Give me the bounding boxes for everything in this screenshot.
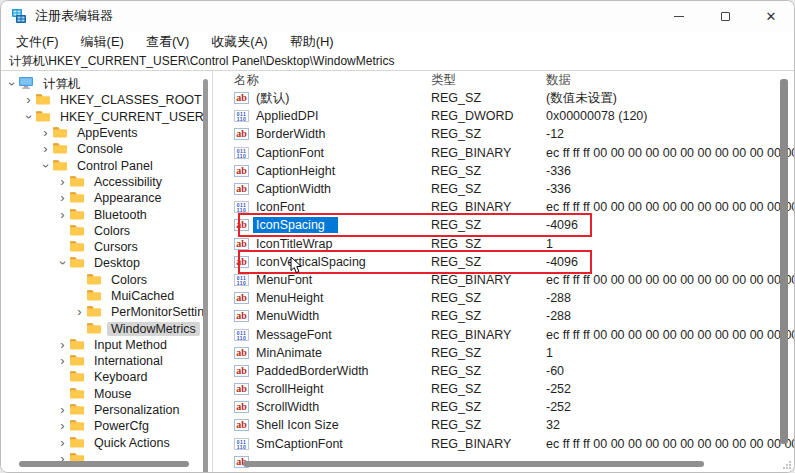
registry-value-row-scrollheight[interactable]: abScrollHeightREG_SZ-252 [213,380,794,398]
tree-item-accessibility[interactable]: ›Accessibility [1,174,204,190]
registry-value-row-shell-icon-size[interactable]: abShell Icon SizeREG_SZ32 [213,416,794,434]
title-bar[interactable]: 注册表编辑器 ✕ [1,1,794,31]
column-header-name[interactable]: 名称 [234,72,431,89]
registry-value-row-iconspacing[interactable]: abIconSpacingREG_SZ-4096 [213,216,794,234]
resize-grip-icon[interactable] [782,460,792,470]
tree-item-desktop[interactable]: ›Desktop [1,255,204,271]
chevron-right-icon[interactable]: › [56,340,69,350]
chevron-right-icon[interactable]: › [22,95,35,105]
registry-value-row-captionheight[interactable]: abCaptionHeightREG_SZ-336 [213,162,794,180]
tree-item-cursors[interactable]: Cursors [1,239,204,255]
tree-item-label: Keyboard [90,370,152,384]
registry-value-row-scrollwidth[interactable]: abScrollWidthREG_SZ-252 [213,398,794,416]
tree-horizontal-scrollbar[interactable] [19,461,189,467]
tree-item-colors[interactable]: Colors [1,223,204,239]
value-name-cell: abShell Icon Size [234,417,431,433]
value-name-cell: abPaddedBorderWidth [234,363,431,379]
value-type: REG_SZ [431,418,546,432]
value-type: REG_DWORD [431,109,546,123]
menu-item-帮助-h[interactable]: 帮助(H) [279,31,345,53]
value-name: Shell Icon Size [253,417,342,433]
chevron-down-icon[interactable]: › [7,78,17,91]
menu-item-收藏夹-a[interactable]: 收藏夹(A) [200,31,278,53]
registry-value-row-menuheight[interactable]: abMenuHeightREG_SZ-288 [213,289,794,307]
chevron-right-icon[interactable]: › [39,128,52,138]
menu-item-文件-f[interactable]: 文件(F) [5,31,70,53]
chevron-down-icon[interactable]: › [41,159,51,172]
chevron-right-icon[interactable]: › [56,356,69,366]
chevron-right-icon[interactable]: › [56,210,69,220]
tree-item-mouse[interactable]: Mouse [1,386,204,402]
chevron-right-icon[interactable]: › [56,438,69,448]
registry-value-row-captionfont[interactable]: 011110CaptionFontREG_BINARYec ff ff ff 0… [213,144,794,162]
value-data: 1 [546,346,794,360]
tree-item-colors[interactable]: Colors [1,272,204,288]
tree-vertical-scrollbar[interactable] [203,79,208,472]
tree-item-appevents[interactable]: ›AppEvents [1,125,204,141]
string-value-icon: ab [234,347,249,359]
folder-icon [52,158,73,174]
tree-item-international[interactable]: ›International [1,353,204,369]
registry-value-row-applieddpi[interactable]: 011110AppliedDPIREG_DWORD0x00000078 (120… [213,107,794,125]
registry-value-row-iconfont[interactable]: 011110IconFontREG_BINARYec ff ff ff 00 0… [213,198,794,216]
tree-item-appearance[interactable]: ›Appearance [1,190,204,206]
value-type: REG_BINARY [431,200,546,214]
address-bar[interactable]: 计算机\HKEY_CURRENT_USER\Control Panel\Desk… [1,53,794,71]
minimize-icon [674,16,684,17]
registry-value-row-captionwidth[interactable]: abCaptionWidthREG_SZ-336 [213,180,794,198]
tree-item-permonitorsettings[interactable]: ›PerMonitorSettings [1,304,204,320]
string-value-icon: ab [234,365,249,377]
tree-item-console[interactable]: ›Console [1,141,204,157]
tree-item-keyboard[interactable]: Keyboard [1,369,204,385]
registry-value-row-minanimate[interactable]: abMinAnimateREG_SZ1 [213,344,794,362]
registry-value-row-iconverticalspacing[interactable]: abIconVerticalSpacingREG_SZ-4096 [213,253,794,271]
chevron-down-icon[interactable]: › [24,110,34,123]
tree-item-hkey-current-user[interactable]: ›HKEY_CURRENT_USER [1,109,204,125]
tree-item-quick-actions[interactable]: ›Quick Actions [1,435,204,451]
tree-item-windowmetrics[interactable]: WindowMetrics [1,320,204,336]
tree-item-personalization[interactable]: ›Personalization [1,402,204,418]
chevron-right-icon[interactable]: › [56,421,69,431]
tree-item-bluetooth[interactable]: ›Bluetooth [1,206,204,222]
value-name-cell: 011110SmCaptionFont [234,436,431,452]
menu-item-编辑-e[interactable]: 编辑(E) [70,31,135,53]
tree-item-计算机[interactable]: ›计算机 [1,76,204,92]
value-name: IconFont [253,199,308,215]
value-data: -288 [546,291,794,305]
tree-item-label: PowerCfg [90,419,153,433]
menu-item-查看-v[interactable]: 查看(V) [135,31,200,53]
registry-value-row-borderwidth[interactable]: abBorderWidthREG_SZ-12 [213,125,794,143]
column-header-type[interactable]: 类型 [431,72,546,89]
column-header-data[interactable]: 数据 [546,72,794,89]
registry-value-row-paddedborderwidth[interactable]: abPaddedBorderWidthREG_SZ-60 [213,362,794,380]
tree-item-label: MuiCached [107,289,178,303]
chevron-right-icon[interactable]: › [56,177,69,187]
tree-item-muicached[interactable]: MuiCached [1,288,204,304]
registry-editor-window: 注册表编辑器 ✕ 文件(F)编辑(E)查看(V)收藏夹(A)帮助(H) 计算机\… [0,0,795,473]
chevron-down-icon[interactable]: › [58,257,68,270]
list-vertical-scrollbar[interactable] [780,79,788,444]
registry-value-row-icontitlewrap[interactable]: abIconTitleWrapREG_SZ1 [213,235,794,253]
chevron-right-icon[interactable]: › [73,307,86,317]
chevron-right-icon[interactable]: › [39,144,52,154]
registry-value-row-smcaptionfont[interactable]: 011110SmCaptionFontREG_BINARYec ff ff ff… [213,435,794,453]
maximize-button[interactable] [702,1,748,31]
string-value-icon: ab [234,310,249,322]
registry-value-row-menufont[interactable]: 011110MenuFontREG_BINARYec ff ff ff 00 0… [213,271,794,289]
tree-item-input-method[interactable]: ›Input Method [1,337,204,353]
folder-icon [69,239,90,255]
minimize-button[interactable] [656,1,702,31]
registry-value-row-menuwidth[interactable]: abMenuWidthREG_SZ-288 [213,307,794,325]
value-name: SmCaptionFont [253,436,346,452]
tree-item-control-panel[interactable]: ›Control Panel [1,157,204,173]
main-area: ›计算机›HKEY_CLASSES_ROOT›HKEY_CURRENT_USER… [1,71,794,472]
registry-value-row-messagefont[interactable]: 011110MessageFontREG_BINARYec ff ff ff 0… [213,325,794,343]
tree-item-powercfg[interactable]: ›PowerCfg [1,418,204,434]
close-button[interactable]: ✕ [748,1,794,31]
chevron-right-icon[interactable]: › [56,193,69,203]
tree-item-hkey-classes-root[interactable]: ›HKEY_CLASSES_ROOT [1,92,204,108]
chevron-right-icon[interactable]: › [56,405,69,415]
value-name-cell: abMinAnimate [234,345,431,361]
list-horizontal-scrollbar[interactable] [243,461,704,467]
registry-value-row-默认[interactable]: ab(默认)REG_SZ(数值未设置) [213,89,794,107]
